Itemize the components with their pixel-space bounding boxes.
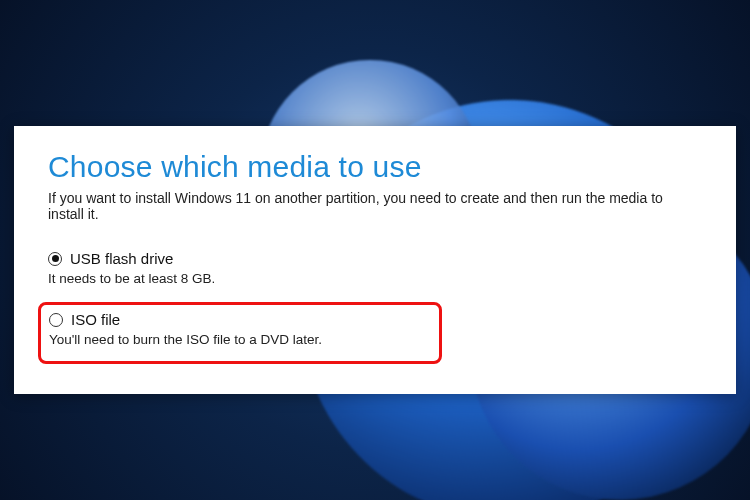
media-creation-dialog: Choose which media to use If you want to… xyxy=(14,126,736,394)
option-iso-label: ISO file xyxy=(71,311,120,328)
option-usb-label: USB flash drive xyxy=(70,250,173,267)
radio-selected-icon[interactable] xyxy=(48,252,62,266)
radio-unselected-icon[interactable] xyxy=(49,313,63,327)
option-iso-file[interactable]: ISO file You'll need to burn the ISO fil… xyxy=(49,311,431,347)
dialog-title: Choose which media to use xyxy=(48,150,702,184)
option-usb-flash-drive[interactable]: USB flash drive It needs to be at least … xyxy=(48,250,702,286)
annotation-highlight-box: ISO file You'll need to burn the ISO fil… xyxy=(38,302,442,364)
option-usb-description: It needs to be at least 8 GB. xyxy=(48,271,702,286)
desktop-background: Choose which media to use If you want to… xyxy=(0,0,750,500)
dialog-subtitle: If you want to install Windows 11 on ano… xyxy=(48,190,702,222)
option-iso-description: You'll need to burn the ISO file to a DV… xyxy=(49,332,431,347)
